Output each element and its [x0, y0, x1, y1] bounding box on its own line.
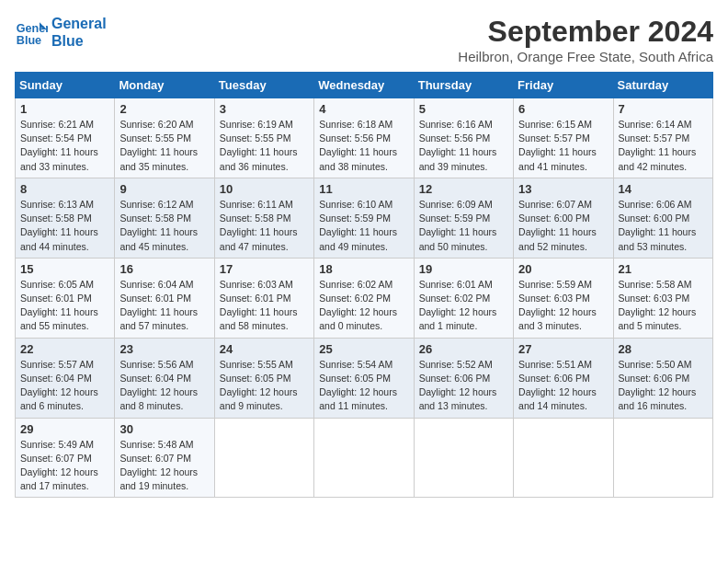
calendar-cell: 29Sunrise: 5:49 AM Sunset: 6:07 PM Dayli…	[16, 418, 115, 498]
day-number: 19	[419, 262, 508, 276]
day-info: Sunrise: 6:21 AM Sunset: 5:54 PM Dayligh…	[20, 118, 109, 174]
calendar-cell: 26Sunrise: 5:52 AM Sunset: 6:06 PM Dayli…	[414, 338, 513, 418]
header-monday: Monday	[115, 73, 214, 98]
header-friday: Friday	[514, 73, 613, 98]
day-number: 1	[20, 102, 109, 116]
day-number: 28	[619, 342, 708, 356]
calendar-cell: 17Sunrise: 6:03 AM Sunset: 6:01 PM Dayli…	[214, 258, 313, 338]
day-number: 3	[220, 102, 309, 116]
day-info: Sunrise: 5:49 AM Sunset: 6:07 PM Dayligh…	[20, 438, 109, 494]
calendar-cell: 1Sunrise: 6:21 AM Sunset: 5:54 PM Daylig…	[16, 98, 115, 178]
calendar-cell: 21Sunrise: 5:58 AM Sunset: 6:03 PM Dayli…	[613, 258, 712, 338]
day-info: Sunrise: 6:07 AM Sunset: 6:00 PM Dayligh…	[518, 198, 608, 254]
calendar-cell: 14Sunrise: 6:06 AM Sunset: 6:00 PM Dayli…	[613, 178, 712, 258]
day-info: Sunrise: 6:18 AM Sunset: 5:56 PM Dayligh…	[319, 118, 408, 174]
day-info: Sunrise: 6:10 AM Sunset: 5:59 PM Dayligh…	[319, 198, 408, 254]
day-info: Sunrise: 5:57 AM Sunset: 6:04 PM Dayligh…	[20, 358, 109, 414]
day-number: 27	[518, 342, 608, 356]
day-info: Sunrise: 5:55 AM Sunset: 6:05 PM Dayligh…	[220, 358, 309, 414]
day-number: 4	[319, 102, 408, 116]
calendar-cell: 2Sunrise: 6:20 AM Sunset: 5:55 PM Daylig…	[115, 98, 214, 178]
day-number: 9	[119, 182, 209, 196]
day-number: 2	[119, 102, 209, 116]
month-title: September 2024	[458, 15, 713, 49]
day-number: 29	[20, 422, 109, 436]
day-info: Sunrise: 6:04 AM Sunset: 6:01 PM Dayligh…	[119, 278, 209, 334]
calendar-cell: 16Sunrise: 6:04 AM Sunset: 6:01 PM Dayli…	[115, 258, 214, 338]
calendar-cell: 6Sunrise: 6:15 AM Sunset: 5:57 PM Daylig…	[514, 98, 613, 178]
calendar-cell: 10Sunrise: 6:11 AM Sunset: 5:58 PM Dayli…	[214, 178, 313, 258]
calendar-table: SundayMondayTuesdayWednesdayThursdayFrid…	[15, 72, 713, 498]
calendar-week-1: 1Sunrise: 6:21 AM Sunset: 5:54 PM Daylig…	[16, 98, 713, 178]
calendar-cell: 11Sunrise: 6:10 AM Sunset: 5:59 PM Dayli…	[314, 178, 414, 258]
day-info: Sunrise: 6:06 AM Sunset: 6:00 PM Dayligh…	[619, 198, 708, 254]
calendar-cell: 30Sunrise: 5:48 AM Sunset: 6:07 PM Dayli…	[115, 418, 214, 498]
day-number: 17	[220, 262, 309, 276]
day-info: Sunrise: 5:59 AM Sunset: 6:03 PM Dayligh…	[518, 278, 608, 334]
day-info: Sunrise: 6:15 AM Sunset: 5:57 PM Dayligh…	[518, 118, 608, 174]
calendar-cell: 20Sunrise: 5:59 AM Sunset: 6:03 PM Dayli…	[514, 258, 613, 338]
day-number: 25	[319, 342, 408, 356]
day-number: 14	[619, 182, 708, 196]
header-sunday: Sunday	[16, 73, 115, 98]
day-info: Sunrise: 5:58 AM Sunset: 6:03 PM Dayligh…	[619, 278, 708, 334]
calendar-cell: 24Sunrise: 5:55 AM Sunset: 6:05 PM Dayli…	[214, 338, 313, 418]
day-info: Sunrise: 6:05 AM Sunset: 6:01 PM Dayligh…	[20, 278, 109, 334]
day-info: Sunrise: 5:56 AM Sunset: 6:04 PM Dayligh…	[119, 358, 209, 414]
day-number: 23	[119, 342, 209, 356]
day-info: Sunrise: 5:48 AM Sunset: 6:07 PM Dayligh…	[119, 438, 209, 494]
calendar-cell: 12Sunrise: 6:09 AM Sunset: 5:59 PM Dayli…	[414, 178, 513, 258]
logo: General Blue General Blue	[15, 15, 107, 50]
calendar-cell	[514, 418, 613, 498]
day-number: 6	[518, 102, 608, 116]
day-info: Sunrise: 5:50 AM Sunset: 6:06 PM Dayligh…	[619, 358, 708, 414]
day-info: Sunrise: 5:51 AM Sunset: 6:06 PM Dayligh…	[518, 358, 608, 414]
calendar-cell	[214, 418, 313, 498]
calendar-cell: 27Sunrise: 5:51 AM Sunset: 6:06 PM Dayli…	[514, 338, 613, 418]
calendar-cell: 8Sunrise: 6:13 AM Sunset: 5:58 PM Daylig…	[16, 178, 115, 258]
calendar-cell: 13Sunrise: 6:07 AM Sunset: 6:00 PM Dayli…	[514, 178, 613, 258]
calendar-cell: 18Sunrise: 6:02 AM Sunset: 6:02 PM Dayli…	[314, 258, 414, 338]
day-number: 24	[220, 342, 309, 356]
calendar-cell	[314, 418, 414, 498]
page-header: General Blue General Blue September 2024…	[15, 15, 713, 64]
calendar-header-row: SundayMondayTuesdayWednesdayThursdayFrid…	[16, 73, 713, 98]
day-number: 15	[20, 262, 109, 276]
day-number: 30	[119, 422, 209, 436]
day-number: 5	[419, 102, 508, 116]
day-number: 8	[20, 182, 109, 196]
calendar-cell: 23Sunrise: 5:56 AM Sunset: 6:04 PM Dayli…	[115, 338, 214, 418]
day-info: Sunrise: 5:52 AM Sunset: 6:06 PM Dayligh…	[419, 358, 508, 414]
day-number: 20	[518, 262, 608, 276]
calendar-cell	[414, 418, 513, 498]
calendar-week-2: 8Sunrise: 6:13 AM Sunset: 5:58 PM Daylig…	[16, 178, 713, 258]
day-number: 7	[619, 102, 708, 116]
header-wednesday: Wednesday	[314, 73, 414, 98]
calendar-cell	[613, 418, 712, 498]
header-thursday: Thursday	[414, 73, 513, 98]
day-number: 12	[419, 182, 508, 196]
header-tuesday: Tuesday	[214, 73, 313, 98]
location-subtitle: Heilbron, Orange Free State, South Afric…	[458, 49, 713, 64]
day-info: Sunrise: 6:02 AM Sunset: 6:02 PM Dayligh…	[319, 278, 408, 334]
day-info: Sunrise: 6:14 AM Sunset: 5:57 PM Dayligh…	[619, 118, 708, 174]
day-number: 10	[220, 182, 309, 196]
day-number: 22	[20, 342, 109, 356]
calendar-cell: 22Sunrise: 5:57 AM Sunset: 6:04 PM Dayli…	[16, 338, 115, 418]
day-info: Sunrise: 6:16 AM Sunset: 5:56 PM Dayligh…	[419, 118, 508, 174]
day-info: Sunrise: 5:54 AM Sunset: 6:05 PM Dayligh…	[319, 358, 408, 414]
calendar-cell: 9Sunrise: 6:12 AM Sunset: 5:58 PM Daylig…	[115, 178, 214, 258]
day-number: 26	[419, 342, 508, 356]
calendar-cell: 25Sunrise: 5:54 AM Sunset: 6:05 PM Dayli…	[314, 338, 414, 418]
title-block: September 2024 Heilbron, Orange Free Sta…	[458, 15, 713, 64]
calendar-cell: 19Sunrise: 6:01 AM Sunset: 6:02 PM Dayli…	[414, 258, 513, 338]
logo-icon: General Blue	[15, 16, 48, 49]
day-info: Sunrise: 6:01 AM Sunset: 6:02 PM Dayligh…	[419, 278, 508, 334]
day-number: 16	[119, 262, 209, 276]
calendar-cell: 3Sunrise: 6:19 AM Sunset: 5:55 PM Daylig…	[214, 98, 313, 178]
day-info: Sunrise: 6:09 AM Sunset: 5:59 PM Dayligh…	[419, 198, 508, 254]
calendar-week-4: 22Sunrise: 5:57 AM Sunset: 6:04 PM Dayli…	[16, 338, 713, 418]
day-number: 21	[619, 262, 708, 276]
svg-text:Blue: Blue	[17, 34, 41, 47]
calendar-cell: 15Sunrise: 6:05 AM Sunset: 6:01 PM Dayli…	[16, 258, 115, 338]
